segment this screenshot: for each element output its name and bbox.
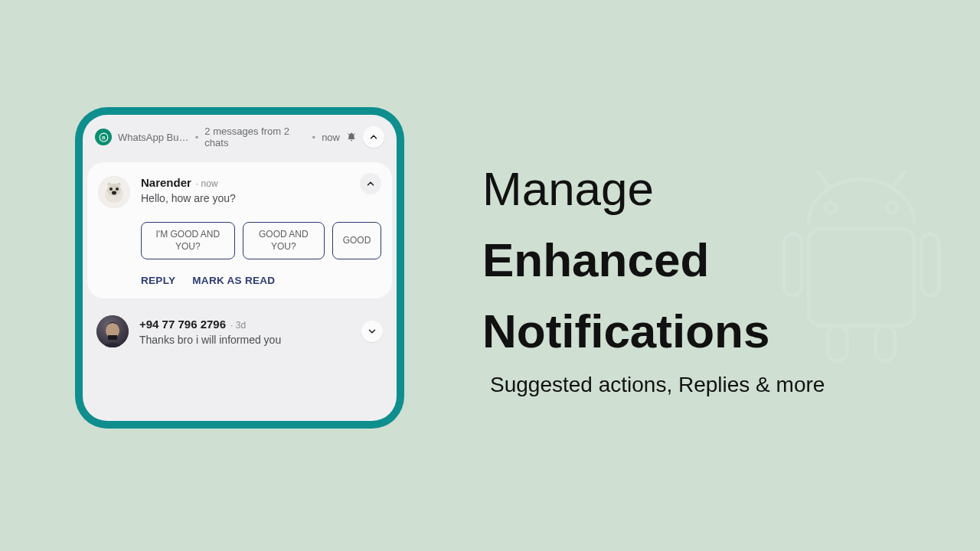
headline-subtitle: Suggested actions, Replies & more: [490, 373, 911, 397]
collapse-thread-button[interactable]: [360, 173, 381, 194]
collapse-button[interactable]: [363, 126, 384, 148]
notification-time: now: [322, 132, 340, 143]
expand-thread-button[interactable]: [361, 321, 383, 342]
headline-line1: Manage: [482, 162, 654, 215]
message-thread-2[interactable]: +94 77 796 2796 3d Thanks bro i will inf…: [83, 303, 397, 360]
svg-point-14: [109, 187, 113, 191]
sender-time: now: [196, 178, 218, 189]
separator-dot: •: [312, 132, 316, 143]
whatsapp-business-icon: B: [95, 129, 112, 145]
chevron-up-icon: [365, 178, 376, 189]
sender-name: Narender: [141, 176, 191, 189]
svg-text:B: B: [102, 135, 106, 139]
message-text: Thanks bro i will informed you: [139, 334, 351, 346]
mark-as-read-button[interactable]: MARK AS READ: [192, 275, 275, 286]
notification-header[interactable]: B WhatsApp Busi… • 2 messages from 2 cha…: [83, 115, 397, 158]
notification-actions: REPLY MARK AS READ: [141, 275, 381, 286]
suggested-reply-chip[interactable]: GOOD AND YOU?: [243, 222, 325, 259]
suggested-reply-chip[interactable]: I'M GOOD AND YOU?: [141, 222, 235, 259]
sender-time: 3d: [230, 320, 246, 331]
svg-rect-6: [921, 234, 939, 296]
bell-icon: [346, 132, 357, 142]
message-text: Hello, how are you?: [141, 192, 381, 204]
suggested-replies: I'M GOOD AND YOU? GOOD AND YOU? GOOD: [141, 222, 381, 259]
reply-button[interactable]: REPLY: [141, 275, 175, 286]
suggested-reply-chip[interactable]: GOOD: [332, 222, 381, 259]
separator-dot: •: [195, 132, 199, 143]
avatar: [96, 315, 129, 347]
app-name: WhatsApp Busi…: [118, 132, 189, 143]
notification-summary: 2 messages from 2 chats: [204, 126, 305, 148]
notification-card-frame: B WhatsApp Busi… • 2 messages from 2 cha…: [75, 107, 404, 429]
svg-point-15: [116, 187, 119, 191]
avatar: [98, 176, 130, 208]
notification-panel: B WhatsApp Busi… • 2 messages from 2 cha…: [83, 115, 397, 421]
headline-title: Manage Enhanced Notifications: [482, 153, 911, 367]
chevron-down-icon: [367, 326, 377, 337]
chevron-up-icon: [368, 132, 379, 142]
headline-block: Manage Enhanced Notifications Suggested …: [482, 153, 911, 397]
svg-rect-19: [108, 335, 117, 340]
headline-line3: Notifications: [482, 305, 769, 357]
svg-point-16: [112, 191, 116, 195]
sender-name: +94 77 796 2796: [139, 318, 226, 331]
headline-line2: Enhanced: [482, 233, 709, 286]
message-thread-1[interactable]: Narender now Hello, how are you? I'M GOO…: [87, 162, 392, 298]
